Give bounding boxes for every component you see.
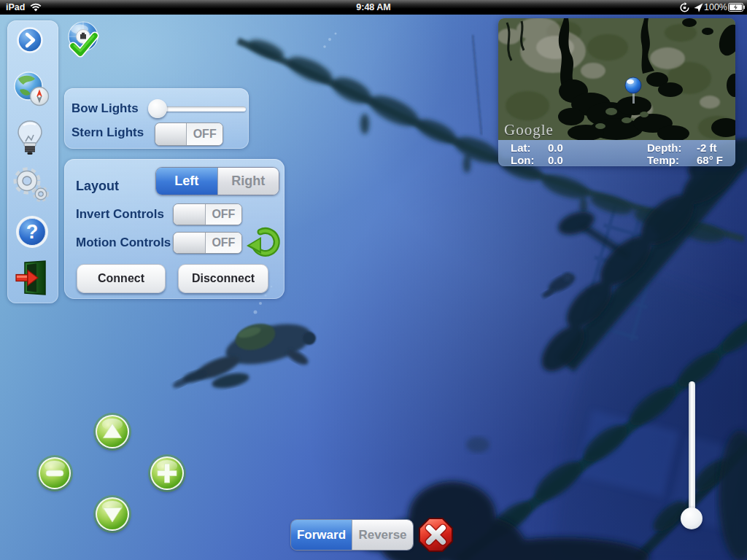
- settings-button[interactable]: [9, 164, 50, 205]
- plus-button[interactable]: [150, 456, 184, 490]
- thrust-direction-control: Forward Reverse: [290, 519, 414, 551]
- lat-value: 0.0: [548, 141, 563, 154]
- invert-controls-toggle-knob[interactable]: [174, 204, 206, 225]
- telemetry-bar: Lat: 0.0 Lon: 0.0 Depth: -2 ft Temp: 68°…: [498, 140, 735, 166]
- minus-icon: [40, 459, 69, 488]
- stern-lights-toggle-knob[interactable]: [155, 123, 187, 145]
- network-connected-icon: [66, 20, 102, 60]
- battery-icon: [728, 3, 745, 12]
- temp-value: 68° F: [697, 154, 723, 166]
- connection-status-indicator: [66, 20, 102, 60]
- lat-label: Lat:: [511, 141, 531, 154]
- stern-lights-toggle[interactable]: OFF: [155, 122, 223, 146]
- exit-button[interactable]: [15, 260, 48, 295]
- lon-value: 0.0: [548, 154, 563, 166]
- map-nav-button[interactable]: [11, 70, 52, 108]
- location-arrow-icon: [694, 3, 703, 12]
- gears-icon: [9, 164, 50, 205]
- lights-panel: Bow Lights Stern Lights OFF: [64, 88, 249, 149]
- arrow-down-icon: [97, 499, 128, 529]
- motion-controls-toggle-state: OFF: [206, 233, 241, 253]
- throttle-slider-track[interactable]: [689, 381, 695, 520]
- forward-option[interactable]: Forward: [291, 520, 352, 550]
- layout-right-option[interactable]: Right: [217, 168, 279, 195]
- sidebar: ?: [7, 20, 58, 303]
- invert-controls-label: Invert Controls: [76, 207, 164, 222]
- up-button[interactable]: [96, 415, 129, 448]
- minus-button[interactable]: [39, 457, 71, 489]
- ios-status-bar: iPad 9:48 AM 100%: [0, 0, 747, 15]
- temp-label: Temp:: [647, 154, 679, 166]
- layout-left-option[interactable]: Left: [156, 168, 217, 195]
- motion-controls-label: Motion Controls: [76, 236, 171, 250]
- motion-controls-toggle[interactable]: OFF: [173, 232, 242, 254]
- gps-map-panel: Google Lat: 0.0 Lon: 0.0 Depth: -2 ft Te…: [498, 18, 735, 166]
- down-button[interactable]: [96, 497, 129, 531]
- map-watermark: Google: [504, 121, 554, 139]
- battery-percent: 100%: [704, 2, 727, 12]
- bow-lights-slider-thumb[interactable]: [148, 99, 167, 118]
- stern-lights-label: Stern Lights: [71, 125, 144, 140]
- exit-door-icon: [15, 260, 48, 295]
- lon-label: Lon:: [511, 154, 534, 166]
- rov-control-app: iPad 9:48 AM 100%: [0, 0, 747, 560]
- connect-button[interactable]: Connect: [77, 264, 166, 293]
- satellite-map[interactable]: Google: [498, 18, 735, 140]
- rotation-lock-icon: [679, 2, 690, 13]
- expand-panel-button[interactable]: [16, 26, 44, 54]
- lights-button[interactable]: [13, 119, 47, 157]
- depth-label: Depth:: [647, 141, 682, 154]
- question-mark-icon: ?: [15, 214, 50, 249]
- stern-lights-toggle-state: OFF: [187, 123, 222, 145]
- distant-diver-silhouette: [541, 271, 578, 300]
- plus-icon: [152, 458, 182, 489]
- reverse-option[interactable]: Reverse: [352, 520, 413, 550]
- globe-compass-icon: [11, 70, 52, 108]
- settings-panel: Layout Left Right Invert Controls OFF Mo…: [64, 159, 285, 299]
- svg-text:?: ?: [26, 221, 39, 243]
- arrow-up-icon: [97, 416, 128, 447]
- diver-silhouette: [171, 316, 316, 391]
- motion-controls-toggle-knob[interactable]: [174, 233, 206, 253]
- layout-segmented-control: Left Right: [155, 167, 279, 195]
- invert-controls-toggle[interactable]: OFF: [173, 203, 242, 225]
- calibrate-motion-button[interactable]: [245, 225, 283, 260]
- chevron-right-icon: [16, 26, 44, 54]
- bow-lights-label: Bow Lights: [71, 101, 139, 116]
- depth-value: -2 ft: [697, 141, 717, 154]
- map-imagery: Google: [498, 18, 735, 140]
- refresh-arrow-icon: [245, 225, 283, 260]
- help-button[interactable]: ?: [15, 214, 50, 249]
- lightbulb-icon: [13, 119, 47, 157]
- throttle-slider-thumb[interactable]: [681, 508, 703, 529]
- clock: 9:48 AM: [0, 2, 747, 12]
- invert-controls-toggle-state: OFF: [206, 204, 241, 225]
- disconnect-button[interactable]: Disconnect: [178, 264, 268, 293]
- layout-label: Layout: [76, 179, 119, 194]
